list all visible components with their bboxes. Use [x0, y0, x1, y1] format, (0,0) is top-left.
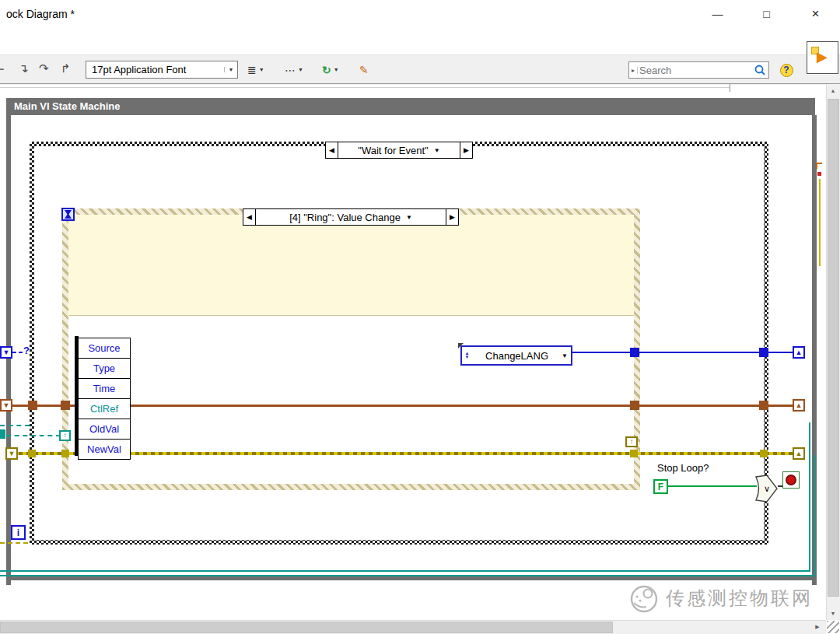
teal-wire-vertical-2[interactable] [814, 455, 815, 575]
event-node-row-oldval[interactable]: OldVal [78, 419, 131, 440]
offscreen-node-artifact [817, 172, 821, 176]
distribute-objects-dropdown[interactable]: ⋯ ▼ [285, 61, 303, 79]
minimize-button[interactable]: — [700, 0, 735, 28]
event-selector-label[interactable]: [4] "Ring": Value Change [289, 212, 401, 223]
rust-tunnel-case-left[interactable] [28, 401, 37, 410]
ring-increment-icon[interactable]: ▲ ▼ [462, 352, 472, 359]
event-node-row-newval[interactable]: NewVal [78, 439, 131, 460]
down-arrow-icon: ▼ [3, 349, 10, 356]
viewport-top-line [0, 87, 730, 88]
broken-wire-mark[interactable]: ? [23, 345, 30, 356]
help-button[interactable]: ? [776, 61, 796, 79]
teal-wire-vertical-1[interactable] [809, 422, 810, 570]
event-node-row-label: OldVal [89, 423, 119, 435]
cleanup-diagram-dropdown[interactable]: ↻ ▼ [322, 61, 339, 79]
teal-wire-horizontal-2[interactable] [0, 575, 815, 576]
run-arrow-icon: ▶ [817, 48, 828, 65]
event-timeout-terminal[interactable] [61, 208, 75, 221]
scroll-right-button[interactable]: ▶ [809, 620, 826, 634]
event-node-row-type[interactable]: Type [78, 358, 131, 379]
next-case-arrow-icon[interactable]: ▶ [460, 142, 472, 158]
false-constant[interactable]: F [653, 479, 668, 494]
scroll-down-button[interactable]: ▼ [826, 607, 840, 620]
step-over-icon[interactable]: ↷ [39, 61, 49, 75]
maximize-button[interactable]: □ [749, 0, 784, 28]
while-loop-label-band[interactable]: Main VI State Machine [6, 98, 815, 115]
error-tunnel-event-left[interactable] [61, 450, 69, 457]
offscreen-wire-artifact [819, 179, 821, 266]
search-history-icon[interactable]: ▸ [629, 67, 638, 74]
teal-wire-dashed-1[interactable] [0, 425, 30, 426]
step-out-icon[interactable]: ↱ [61, 61, 71, 75]
close-button[interactable]: × [798, 0, 833, 28]
event-node-row-time[interactable]: Time [78, 378, 131, 399]
case-selector-label[interactable]: "Wait for Event" [358, 145, 428, 156]
search-input[interactable] [638, 64, 754, 77]
blue-wire-broken-segment[interactable] [12, 352, 23, 353]
chevron-down-icon[interactable]: ▼ [224, 67, 237, 72]
shift-register-right-rust[interactable]: ▲ [793, 399, 805, 412]
blue-tunnel-event-right[interactable] [630, 348, 639, 357]
shift-register-right-blue[interactable]: ▲ [793, 346, 805, 359]
iteration-terminal[interactable]: i [11, 525, 26, 540]
teal-wire-horizontal-1[interactable] [0, 570, 810, 572]
partial-toolbar-icon[interactable]: ⇤ [0, 62, 5, 76]
event-data-node[interactable]: Source Type Time CtlRef OldVal NewVal [78, 338, 131, 460]
align-objects-dropdown[interactable]: ≣ ▼ [247, 61, 264, 79]
event-node-row-ctlref[interactable]: CtlRef [78, 398, 131, 419]
error-tunnel-case-right[interactable] [760, 450, 768, 457]
shift-register-left-blue[interactable]: ▼ [0, 346, 12, 359]
vertical-scrollbar-thumb[interactable] [828, 99, 839, 597]
chevron-down-icon: ▼ [334, 67, 339, 72]
event-node-row-label: NewVal [87, 443, 121, 455]
register-tunnel-icon[interactable]: ↕ [59, 430, 71, 441]
previous-case-arrow-icon[interactable]: ◀ [326, 142, 338, 158]
while-loop-label: Main VI State Machine [14, 100, 121, 112]
titlebar: ock Diagram * — □ × [0, 0, 840, 28]
ring-dropdown-icon[interactable]: ▼ [562, 352, 568, 359]
error-tunnel-event-right[interactable] [630, 450, 638, 457]
rust-tunnel-event-right[interactable] [630, 401, 639, 410]
horizontal-scrollbar-thumb[interactable] [0, 622, 613, 633]
hourglass-icon [65, 210, 72, 219]
event-selector[interactable]: ◀ [4] "Ring": Value Change▼ ▶ [243, 208, 459, 226]
minimize-icon: — [712, 8, 723, 20]
ring-constant[interactable]: ▲ ▼ ChangeLANG ▼ [460, 345, 572, 366]
maximize-icon: □ [763, 8, 769, 20]
watermark-text: 传感测控物联网 [666, 586, 813, 611]
step-into-icon[interactable]: ↴ [19, 61, 29, 75]
vi-icon-button[interactable]: ▶ [807, 41, 838, 74]
event-node-row-label: Time [93, 383, 115, 394]
boolean-wire[interactable] [668, 485, 757, 487]
labview-block-diagram-window: ock Diagram * — □ × perate Tools Window … [0, 0, 840, 634]
teal-wire-dashed-2[interactable] [6, 435, 61, 436]
register-tunnel-icon[interactable]: ↕ [625, 436, 638, 447]
teal-edge-terminal[interactable] [0, 429, 5, 439]
scroll-up-button[interactable]: ▲ [826, 84, 840, 97]
event-node-row-source[interactable]: Source [78, 338, 131, 359]
case-dropdown-icon[interactable]: ▼ [434, 147, 440, 154]
font-selector[interactable]: 17pt Application Font ▼ [86, 61, 238, 79]
reorder-dropdown[interactable]: ✎ [359, 61, 369, 79]
down-arrow-icon: ▼ [831, 611, 836, 616]
error-wire-stub[interactable] [0, 542, 28, 544]
stop-button[interactable] [782, 471, 800, 489]
blue-tunnel-case-right[interactable] [759, 348, 768, 357]
previous-event-arrow-icon[interactable]: ◀ [243, 209, 256, 225]
shift-register-right-error[interactable]: ▲ [793, 447, 805, 460]
or-gate[interactable]: ∨ [755, 475, 779, 503]
next-event-arrow-icon[interactable]: ▶ [446, 209, 458, 225]
error-tunnel-case-left[interactable] [28, 450, 36, 457]
search-icon[interactable] [754, 64, 766, 76]
resize-grip[interactable] [827, 621, 839, 633]
shift-register-left-rust[interactable]: ▼ [0, 399, 12, 412]
shift-register-left-error[interactable]: ▼ [5, 447, 18, 460]
rust-tunnel-case-right[interactable] [759, 401, 768, 410]
event-node-row-label: CtlRef [90, 403, 118, 415]
rust-tunnel-event-left[interactable] [61, 401, 70, 410]
menubar: perate Tools Window Help [0, 28, 840, 54]
case-selector[interactable]: ◀ "Wait for Event"▼ ▶ [325, 142, 473, 159]
search-box[interactable]: ▸ [628, 61, 769, 79]
event-dropdown-icon[interactable]: ▼ [406, 214, 412, 221]
up-arrow-icon: ▲ [796, 450, 803, 457]
